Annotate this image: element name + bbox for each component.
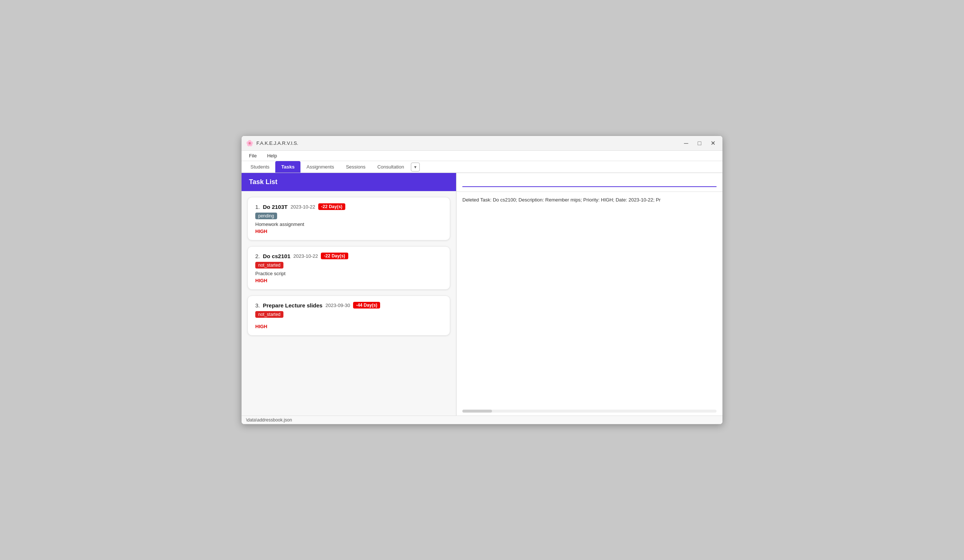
tab-overflow-button[interactable]: ▾: [411, 163, 420, 171]
task-2-name: Do cs2101: [263, 253, 290, 259]
task-3-date: 2023-09-30: [325, 303, 350, 308]
tab-sessions[interactable]: Sessions: [340, 161, 371, 173]
task-2-number: 2.: [255, 253, 260, 259]
menu-help[interactable]: Help: [263, 151, 282, 160]
right-panel: Deleted Task: Do cs2100; Description: Re…: [456, 173, 723, 415]
task-2-status-badge: not_started: [255, 262, 283, 269]
task-2-date: 2023-10-22: [293, 253, 318, 259]
task-3-days-badge: -44 Day(s): [353, 302, 380, 309]
task-3-status-badge: not_started: [255, 311, 283, 318]
task-2-priority: HIGH: [255, 278, 442, 283]
tab-assignments[interactable]: Assignments: [300, 161, 340, 173]
tab-bar: Students Tasks Assignments Sessions Cons…: [241, 161, 723, 173]
main-content: Task List 1. Do 2103T 2023-10-22 -22 Day…: [241, 173, 723, 415]
task-3-priority: HIGH: [255, 324, 442, 329]
output-area: Deleted Task: Do cs2100; Description: Re…: [456, 192, 723, 410]
status-bar: \data\addressbook.json: [241, 415, 723, 424]
task-card-2[interactable]: 2. Do cs2101 2023-10-22 -22 Day(s) not_s…: [248, 246, 450, 290]
tab-tasks[interactable]: Tasks: [275, 161, 300, 173]
task-1-priority: HIGH: [255, 228, 442, 234]
menu-bar: File Help: [241, 151, 723, 161]
task-1-description: Homework assignment: [255, 221, 442, 227]
task-card-1[interactable]: 1. Do 2103T 2023-10-22 -22 Day(s) pendin…: [248, 197, 450, 240]
task-1-name: Do 2103T: [263, 204, 288, 210]
command-input[interactable]: [462, 177, 716, 187]
tab-consultations[interactable]: Consultation: [371, 161, 410, 173]
task-3-header: 3. Prepare Lecture slides 2023-09-30 -44…: [255, 302, 442, 309]
title-bar-controls: ─ □ ✕: [681, 138, 718, 148]
title-bar: 🌸 F.A.K.E.J.A.R.V.I.S. ─ □ ✕: [241, 136, 723, 151]
task-3-number: 3.: [255, 302, 260, 309]
minimize-button[interactable]: ─: [681, 138, 691, 148]
app-logo-icon: 🌸: [246, 140, 253, 147]
output-text: Deleted Task: Do cs2100; Description: Re…: [462, 196, 716, 204]
task-list: 1. Do 2103T 2023-10-22 -22 Day(s) pendin…: [241, 191, 456, 415]
task-1-date: 2023-10-22: [290, 204, 315, 210]
task-2-days-badge: -22 Day(s): [321, 252, 348, 259]
status-path: \data\addressbook.json: [246, 417, 292, 423]
close-button[interactable]: ✕: [708, 138, 718, 148]
task-2-header: 2. Do cs2101 2023-10-22 -22 Day(s): [255, 252, 442, 259]
left-panel: Task List 1. Do 2103T 2023-10-22 -22 Day…: [241, 173, 456, 415]
command-area: [456, 173, 723, 192]
task-1-number: 1.: [255, 204, 260, 210]
title-bar-left: 🌸 F.A.K.E.J.A.R.V.I.S.: [246, 140, 298, 147]
task-1-days-badge: -22 Day(s): [318, 203, 345, 210]
scrollbar-thumb[interactable]: [462, 410, 492, 413]
task-1-header: 1. Do 2103T 2023-10-22 -22 Day(s): [255, 203, 442, 210]
task-card-3[interactable]: 3. Prepare Lecture slides 2023-09-30 -44…: [248, 296, 450, 335]
task-1-status-badge: pending: [255, 213, 277, 219]
task-2-description: Practice script: [255, 271, 442, 276]
main-window: 🌸 F.A.K.E.J.A.R.V.I.S. ─ □ ✕ File Help S…: [241, 135, 723, 425]
scrollbar-track[interactable]: [462, 410, 716, 413]
task-list-header: Task List: [241, 173, 456, 191]
task-3-name: Prepare Lecture slides: [263, 302, 323, 309]
tab-students[interactable]: Students: [244, 161, 275, 173]
maximize-button[interactable]: □: [694, 138, 705, 148]
menu-file[interactable]: File: [244, 151, 261, 160]
app-title: F.A.K.E.J.A.R.V.I.S.: [256, 140, 298, 146]
